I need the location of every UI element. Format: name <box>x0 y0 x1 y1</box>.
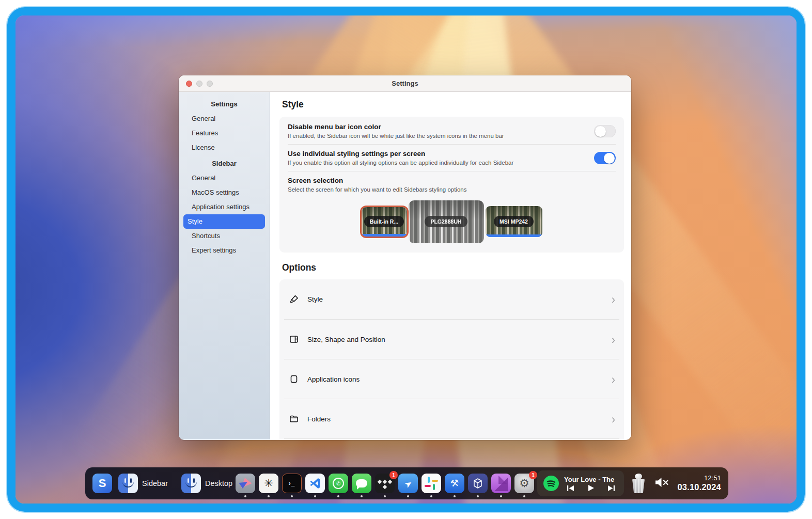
sidebar-position-bar <box>486 234 542 237</box>
desktop: Settings Settings General Features Licen… <box>15 15 797 504</box>
dock-apps-group: 1 <box>236 474 534 493</box>
dock-app-tidal[interactable]: 1 <box>375 474 395 493</box>
window-titlebar[interactable]: Settings <box>179 75 631 92</box>
screen-thumb-msi-mp242[interactable]: MSI MP242 <box>486 206 542 237</box>
individual-styling-toggle[interactable] <box>594 152 616 164</box>
setting-description: If you enable this option all styling op… <box>288 160 594 166</box>
dock-app-slack[interactable] <box>421 474 441 493</box>
sidebar-item-expert-settings[interactable]: Expert settings <box>183 243 265 258</box>
chevron-right-icon: › <box>612 413 615 425</box>
setting-row-individual-styling: Use individual styling settings per scre… <box>288 150 616 166</box>
screen-selection-description: Select the screen for which you want to … <box>288 186 616 193</box>
track-title: Your Love - The <box>564 476 618 483</box>
slack-icon <box>421 474 441 493</box>
affinity-photo-icon <box>491 474 511 493</box>
sidebar-position-bar <box>362 234 407 237</box>
spotify-player-widget[interactable]: Your Love - The <box>537 470 624 496</box>
option-row-application-icons[interactable]: Application icons › <box>284 359 619 399</box>
sidebar-section-settings: Settings <box>179 97 270 112</box>
screen-thumb-built-in[interactable]: Built-in R... <box>362 207 407 237</box>
dock-app-warp[interactable] <box>282 474 302 493</box>
chevron-right-icon: › <box>612 293 615 305</box>
folder-icon <box>288 413 300 424</box>
option-row-additional-elements[interactable]: Additional elements › <box>284 438 619 439</box>
setting-title: Use individual styling settings per scre… <box>288 150 594 158</box>
dock-bar: S Sidebar Desktop <box>85 467 728 499</box>
sidebar-item-shortcuts[interactable]: Shortcuts <box>183 229 265 243</box>
option-label: Style <box>307 295 612 303</box>
chatgpt-icon <box>259 474 278 493</box>
window-entry-label: Desktop <box>205 479 232 487</box>
setting-description: If enabled, the Sidebar icon will be whi… <box>288 133 594 139</box>
option-label: Size, Shape and Position <box>307 336 612 343</box>
menu-bar-icon-toggle[interactable] <box>594 125 616 137</box>
chevron-right-icon: › <box>612 333 615 345</box>
screenshot-frame: Settings Settings General Features Licen… <box>7 7 805 512</box>
settings-window: Settings Settings General Features Licen… <box>179 75 631 440</box>
play-icon[interactable] <box>588 485 594 491</box>
window-entry-label: Sidebar <box>142 479 168 487</box>
sidebar-item-sidebar-general[interactable]: General <box>183 171 265 185</box>
gear-icon: 1 <box>514 474 534 493</box>
finder-icon <box>181 474 201 493</box>
dock-app-system-settings[interactable]: 1 <box>514 474 534 493</box>
setting-title: Disable menu bar icon color <box>288 123 594 131</box>
finder-smile <box>185 481 197 487</box>
next-track-icon[interactable] <box>607 485 615 491</box>
spotify-icon <box>543 476 559 491</box>
option-row-style[interactable]: Style › <box>284 279 619 319</box>
app-square-icon <box>288 373 300 385</box>
dock-app-vscode[interactable] <box>305 474 325 493</box>
sidebar-item-license[interactable]: License <box>183 140 265 155</box>
player-controls <box>564 485 618 491</box>
settings-sidebar: Settings General Features License Sideba… <box>179 92 270 439</box>
sidebar-item-features[interactable]: Features <box>183 126 265 140</box>
xcode-icon <box>445 474 464 493</box>
paintbrush-icon <box>288 294 300 305</box>
screen-label: MSI MP242 <box>494 216 534 227</box>
trash-icon[interactable] <box>631 474 646 493</box>
sidebar-app-icon[interactable]: S <box>92 474 112 493</box>
dock-app-messages[interactable] <box>352 474 371 493</box>
trash-can <box>632 479 645 493</box>
option-row-folders[interactable]: Folders › <box>284 399 619 438</box>
clock-date: 03.10.2024 <box>676 482 721 492</box>
previous-track-icon[interactable] <box>567 485 574 491</box>
divider <box>288 171 616 171</box>
dock-app-affinity[interactable] <box>491 474 511 493</box>
vscode-icon <box>305 474 325 493</box>
toggle-knob <box>595 126 606 137</box>
terminal-icon <box>282 474 302 493</box>
divider <box>288 144 616 145</box>
option-row-size-shape-position[interactable]: Size, Shape and Position › <box>284 319 619 359</box>
crumpled-paper <box>635 474 642 479</box>
dock-app-whatsapp[interactable] <box>329 474 348 493</box>
dock-app-origami[interactable] <box>236 474 255 493</box>
notification-badge: 1 <box>529 471 537 479</box>
options-card: Style › Size, Shape and Position › <box>279 279 624 439</box>
sidebar-item-style[interactable]: Style <box>183 214 265 229</box>
settings-main-panel: Style Disable menu bar icon color If ena… <box>270 92 631 439</box>
tidal-icon: 1 <box>375 474 395 493</box>
dock-app-chatgpt[interactable] <box>259 474 278 493</box>
dock-app-xcode[interactable] <box>445 474 464 493</box>
sidebar-item-application-settings[interactable]: Application settings <box>183 200 265 214</box>
dock-right-group: Your Love - The 12:51 <box>537 470 721 496</box>
screen-selection-block: Screen selection Select the screen for w… <box>288 177 616 245</box>
setting-row-menu-bar-icon: Disable menu bar icon color If enabled, … <box>288 123 616 139</box>
whatsapp-icon <box>329 474 348 493</box>
options-title: Options <box>282 262 624 273</box>
dock-app-cube[interactable] <box>468 474 488 493</box>
volume-muted-icon[interactable] <box>654 476 669 491</box>
dock-window-sidebar[interactable]: Sidebar <box>118 474 168 493</box>
screen-thumb-plg2888uh[interactable]: PLG2888UH <box>409 200 484 243</box>
sidebar-item-general[interactable]: General <box>183 112 265 126</box>
sidebar-item-macos-settings[interactable]: MacOS settings <box>183 185 265 200</box>
messages-icon <box>352 474 371 493</box>
chevron-right-icon: › <box>612 373 615 385</box>
screen-thumbnails: Built-in R... PLG2888UH MSI MP242 <box>288 198 616 245</box>
notification-badge: 1 <box>389 471 398 479</box>
dock-left-group: S Sidebar Desktop <box>92 474 232 493</box>
dock-window-desktop[interactable]: Desktop <box>181 474 232 493</box>
dock-app-spark[interactable] <box>398 474 418 493</box>
